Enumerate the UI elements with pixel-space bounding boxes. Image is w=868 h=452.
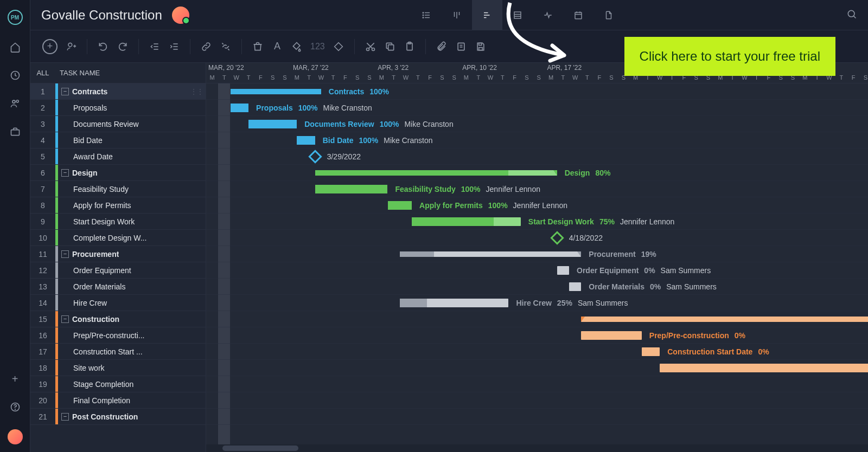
user-avatar-small[interactable] (8, 429, 23, 444)
collapse-toggle[interactable]: − (61, 169, 69, 177)
row-number: 12 (30, 266, 55, 275)
link-icon[interactable] (200, 41, 212, 53)
task-row[interactable]: 4 Bid Date ⋮⋮ (30, 132, 206, 148)
task-bar[interactable] (581, 331, 642, 340)
task-row[interactable]: 20 Final Completion ⋮⋮ (30, 392, 206, 409)
view-activity-icon[interactable] (533, 0, 563, 30)
task-row[interactable]: 6 − Design ⋮⋮ (30, 165, 206, 181)
gantt-row (206, 311, 868, 327)
delete-icon[interactable] (252, 41, 264, 53)
attach-icon[interactable] (436, 41, 448, 53)
view-calendar-icon[interactable] (563, 0, 593, 30)
search-icon[interactable] (846, 9, 857, 22)
cta-banner[interactable]: Click here to start your free trial (624, 37, 835, 76)
collapse-toggle[interactable]: − (61, 88, 69, 95)
day-label: F (254, 74, 266, 81)
view-board-icon[interactable] (442, 0, 472, 30)
project-owner-avatar[interactable] (172, 7, 189, 24)
task-bar[interactable] (388, 201, 412, 210)
briefcase-icon[interactable] (9, 126, 21, 138)
task-row[interactable]: 17 Construction Start ... ⋮⋮ (30, 344, 206, 360)
task-row[interactable]: 16 Prep/Pre-constructi... ⋮⋮ (30, 327, 206, 344)
day-label: T (412, 74, 424, 81)
task-row[interactable]: 19 Stage Completion ⋮⋮ (30, 376, 206, 392)
collapse-toggle[interactable]: − (61, 315, 69, 323)
priority-icon[interactable] (333, 41, 344, 53)
view-file-icon[interactable] (593, 0, 624, 30)
task-bar[interactable] (642, 347, 660, 356)
tasklist-header: ALL TASK NAME (30, 63, 206, 83)
summary-bar[interactable] (400, 251, 582, 257)
save-icon[interactable] (475, 41, 487, 53)
people-icon[interactable] (9, 98, 21, 109)
task-row[interactable]: 15 − Construction ⋮⋮ (30, 311, 206, 327)
task-row[interactable]: 21 − Post Construction ⋮⋮ (30, 409, 206, 425)
task-bar[interactable] (400, 299, 509, 307)
view-sheet-icon[interactable] (502, 0, 533, 30)
task-row[interactable]: 2 Proposals ⋮⋮ (30, 100, 206, 116)
note-icon[interactable] (455, 41, 467, 53)
copy-icon[interactable] (384, 41, 396, 53)
indent-icon[interactable] (168, 41, 180, 53)
help-icon[interactable] (9, 401, 21, 413)
task-bar[interactable] (569, 282, 581, 291)
summary-bar[interactable] (581, 317, 868, 322)
task-row[interactable]: 3 Documents Review ⋮⋮ (30, 116, 206, 132)
view-gantt-icon[interactable] (472, 0, 502, 30)
task-row[interactable]: 11 − Procurement ⋮⋮ (30, 246, 206, 262)
app-logo[interactable]: PM (8, 10, 23, 25)
task-row[interactable]: 8 Apply for Permits ⋮⋮ (30, 197, 206, 214)
view-tabs (411, 0, 624, 30)
task-bar[interactable] (231, 104, 248, 112)
task-row[interactable]: 10 Complete Design W... ⋮⋮ (30, 230, 206, 246)
task-row[interactable]: 18 Site work ⋮⋮ (30, 360, 206, 376)
cut-icon[interactable] (365, 41, 376, 53)
unlink-icon[interactable] (220, 41, 232, 53)
task-name-label: Award Date (73, 152, 113, 161)
home-icon[interactable] (9, 41, 21, 53)
outdent-icon[interactable] (149, 41, 161, 53)
milestone-diamond[interactable] (550, 231, 564, 244)
row-color-bar (55, 392, 58, 408)
drag-handle-icon[interactable]: ⋮⋮ (190, 88, 203, 95)
svg-point-2 (16, 100, 18, 102)
scroll-thumb[interactable] (222, 445, 298, 451)
milestone-diamond[interactable] (308, 150, 322, 163)
add-task-button[interactable]: + (42, 39, 58, 54)
task-bar[interactable] (315, 185, 388, 193)
collapse-toggle[interactable]: − (61, 413, 69, 421)
add-icon[interactable]: + (9, 373, 21, 385)
fill-color-icon[interactable] (291, 41, 303, 53)
task-row[interactable]: 7 Feasibility Study ⋮⋮ (30, 181, 206, 197)
task-bar[interactable] (412, 217, 521, 226)
task-row[interactable]: 5 Award Date ⋮⋮ (30, 148, 206, 165)
task-row[interactable]: 12 Order Equipment ⋮⋮ (30, 262, 206, 279)
summary-bar[interactable] (315, 170, 557, 176)
collapse-toggle[interactable]: − (61, 250, 69, 258)
day-label: T (242, 74, 254, 81)
task-bar[interactable] (297, 136, 315, 145)
task-row[interactable]: 1 − Contracts ⋮⋮ (30, 83, 206, 100)
task-row[interactable]: 14 Hire Crew ⋮⋮ (30, 295, 206, 311)
column-task-name[interactable]: TASK NAME (55, 69, 100, 77)
task-name-label: Feasibility Study (73, 185, 129, 193)
task-row[interactable]: 9 Start Design Work ⋮⋮ (30, 214, 206, 230)
task-bar[interactable] (660, 364, 868, 372)
task-bar[interactable] (248, 120, 297, 128)
row-number: 2 (30, 104, 55, 112)
task-bar[interactable] (557, 266, 569, 275)
assign-icon[interactable] (65, 41, 77, 53)
summary-bar[interactable] (231, 89, 321, 94)
paste-icon[interactable] (404, 41, 416, 53)
clock-icon[interactable] (9, 69, 21, 81)
view-list-icon[interactable] (411, 0, 442, 30)
horizontal-scrollbar[interactable] (206, 444, 868, 452)
column-all[interactable]: ALL (30, 69, 55, 77)
task-row[interactable]: 13 Order Materials ⋮⋮ (30, 279, 206, 295)
week-label: APR, 3 '22 (378, 64, 409, 72)
redo-icon[interactable] (117, 41, 129, 53)
undo-icon[interactable] (97, 41, 109, 53)
text-color-icon[interactable]: A (271, 41, 283, 53)
gantt-chart[interactable]: MAR, 20 '22MAR, 27 '22APR, 3 '22APR, 10 … (206, 63, 868, 452)
row-color-bar (55, 246, 58, 262)
